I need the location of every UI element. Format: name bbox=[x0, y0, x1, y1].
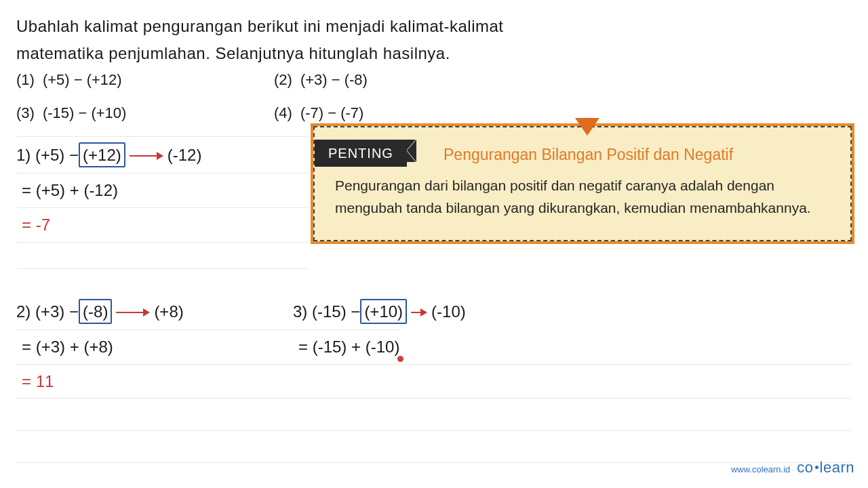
solution-result: = -7 bbox=[16, 207, 308, 242]
expr-prefix: 3) (-15) − bbox=[293, 300, 360, 323]
callout-title: Pengurangan Bilangan Positif dan Negatif bbox=[443, 144, 850, 165]
solution-line: 3) (-15) − (+10) (-10) bbox=[293, 293, 466, 330]
solution-1: 1) (+5) − (+12) (-12) = (+5) + (-12) = -… bbox=[16, 136, 308, 269]
problem-1: (1) (+5) − (+12) bbox=[16, 70, 274, 91]
instruction-line-2: matematika penjumlahan. Selanjutnya hitu… bbox=[16, 42, 852, 65]
problems-row-2: (3) (-15) − (+10) (4) (-7) − (-7) bbox=[16, 103, 852, 124]
blank-rule bbox=[16, 242, 308, 269]
problem-number: (1) bbox=[16, 70, 35, 91]
blank-rule bbox=[16, 430, 852, 463]
arrow-target: (-10) bbox=[431, 300, 466, 323]
arrow-right-icon bbox=[116, 300, 150, 323]
instruction-line-1: Ubahlah kalimat pengurangan berikut ini … bbox=[16, 15, 852, 38]
arrow-right-icon bbox=[411, 300, 427, 323]
problem-3: (3) (-15) − (+10) bbox=[16, 103, 274, 124]
problem-number: (4) bbox=[274, 103, 292, 124]
brand-part-b: learn bbox=[820, 459, 854, 476]
problem-expression: (+3) − (-8) bbox=[300, 70, 368, 91]
callout-label: PENTING bbox=[315, 140, 407, 167]
arrow-target: (+8) bbox=[154, 300, 183, 323]
solution-line: 2) (+3) − (-8) (+8) bbox=[16, 293, 293, 330]
brand-part-a: co bbox=[797, 459, 813, 476]
solution-line: 1) (+5) − (+12) (-12) bbox=[16, 136, 308, 174]
problem-expression: (-15) − (+10) bbox=[43, 103, 127, 124]
problem-number: (2) bbox=[274, 70, 292, 91]
solution-step: = (+3) + (+8) bbox=[16, 329, 293, 364]
problem-4: (4) (-7) − (-7) bbox=[274, 103, 363, 124]
boxed-term: (+12) bbox=[79, 142, 125, 168]
solution-step: = (+5) + (-12) bbox=[16, 173, 308, 207]
problem-expression: (+5) − (+12) bbox=[43, 70, 122, 91]
arrow-target: (-12) bbox=[167, 144, 202, 167]
important-callout: PENTING Pengurangan Bilangan Positif dan… bbox=[313, 126, 852, 241]
solutions-row-2: 2) (+3) − (-8) (+8) 3) (-15) − (+10) (-1… bbox=[16, 293, 852, 330]
problem-2: (2) (+3) − (-8) bbox=[274, 70, 368, 91]
footer-url: www.colearn.id bbox=[731, 464, 790, 476]
arrow-right-icon bbox=[130, 144, 163, 167]
boxed-term: (+10) bbox=[360, 299, 407, 325]
problem-expression: (-7) − (-7) bbox=[300, 103, 364, 124]
blank-rule bbox=[16, 398, 852, 430]
expr-prefix: 1) (+5) − bbox=[16, 144, 79, 167]
solution-step: = (-15) + (-10) bbox=[293, 329, 399, 364]
laser-pointer-icon bbox=[397, 356, 403, 362]
expr-prefix: 2) (+3) − bbox=[16, 300, 79, 323]
callout-triangle-icon bbox=[575, 118, 599, 136]
problem-number: (3) bbox=[16, 103, 35, 124]
footer: www.colearn.id colearn bbox=[731, 458, 854, 479]
boxed-term: (-8) bbox=[79, 299, 112, 325]
callout-body: Pengurangan dari bilangan positif dan ne… bbox=[335, 175, 831, 219]
problems-row-1: (1) (+5) − (+12) (2) (+3) − (-8) bbox=[16, 70, 852, 91]
brand-dot-icon bbox=[815, 466, 818, 469]
solution-2: 2) (+3) − (-8) (+8) bbox=[16, 293, 293, 330]
brand-logo: colearn bbox=[797, 458, 854, 479]
solutions-row-2-step: = (+3) + (+8) = (-15) + (-10) bbox=[16, 329, 852, 364]
solution-result: = 11 bbox=[16, 364, 852, 399]
solution-3: 3) (-15) − (+10) (-10) bbox=[293, 293, 466, 330]
